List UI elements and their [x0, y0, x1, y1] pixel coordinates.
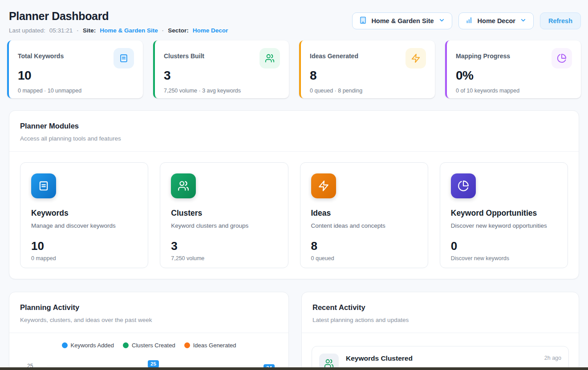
module-card-clusters[interactable]: Clusters Keyword clusters and groups 3 7… — [160, 162, 288, 268]
sector-label: Sector: — [168, 27, 189, 34]
stat-label: Mapping Progress — [456, 52, 510, 60]
refresh-button[interactable]: Refresh — [540, 12, 581, 29]
modules-subtitle: Access all planning tools and features — [20, 135, 568, 142]
module-title: Ideas — [311, 209, 417, 218]
chart-legend: Keywords Added Clusters Created Ideas Ge… — [20, 342, 278, 349]
stat-detail: 0 mapped · 10 unmapped — [18, 88, 134, 94]
module-value: 10 — [31, 239, 137, 253]
recent-activity-subtitle: Latest planning actions and updates — [312, 317, 568, 323]
legend-label: Clusters Created — [132, 342, 175, 349]
legend-label: Keywords Added — [71, 342, 114, 349]
taskbar-edge — [0, 367, 588, 370]
legend-label: Ideas Generated — [193, 342, 236, 349]
data-point-label: 25 — [148, 360, 159, 368]
stat-detail: 7,250 volume · 3 avg keywords — [164, 88, 280, 94]
legend-dot-blue — [62, 342, 68, 348]
module-detail: 0 queued — [311, 255, 417, 261]
meta-separator: · — [77, 27, 79, 34]
legend-dot-orange — [184, 342, 190, 348]
module-title: Keyword Opportunities — [451, 209, 557, 218]
zap-icon — [311, 173, 336, 198]
module-value: 3 — [171, 239, 277, 253]
building-icon — [359, 16, 367, 25]
legend-item-keywords-added[interactable]: Keywords Added — [62, 342, 114, 349]
module-card-keywords[interactable]: Keywords Manage and discover keywords 10… — [20, 162, 148, 268]
activity-timestamp: 2h ago — [544, 355, 561, 361]
document-icon — [114, 48, 134, 68]
stat-card-mapping-progress: Mapping Progress 0% 0 of 10 keywords map… — [445, 40, 581, 98]
header-actions: Home & Garden Site Home Decor Refresh — [352, 12, 581, 29]
module-description: Discover new keyword opportunities — [451, 222, 557, 229]
legend-item-clusters-created[interactable]: Clusters Created — [123, 342, 175, 349]
planner-modules-panel: Planner Modules Access all planning tool… — [9, 110, 579, 279]
stat-card-clusters-built: Clusters Built 3 7,250 volume · 3 avg ke… — [153, 40, 289, 98]
stats-row: Total Keywords 10 0 mapped · 10 unmapped… — [0, 34, 588, 98]
planning-activity-chart: Keywords Added Clusters Created Ideas Ge… — [9, 333, 288, 370]
meta-separator: · — [162, 27, 164, 34]
chevron-down-icon — [520, 17, 527, 25]
last-updated-value: 05:31:21 — [49, 27, 73, 34]
stat-value: 10 — [18, 68, 134, 83]
module-detail: 0 mapped — [31, 255, 137, 261]
module-description: Keyword clusters and groups — [171, 222, 277, 229]
chevron-down-icon — [438, 17, 445, 25]
recent-activity-title: Recent Activity — [312, 303, 568, 312]
module-card-ideas[interactable]: Ideas Content ideas and concepts 8 0 que… — [300, 162, 428, 268]
planning-activity-header: Planning Activity Keywords, clusters, an… — [9, 292, 288, 333]
recent-activity-list: Keywords Clustered 3 new clusters create… — [302, 333, 579, 370]
legend-dot-green — [123, 342, 129, 348]
planning-activity-panel: Planning Activity Keywords, clusters, an… — [9, 292, 289, 370]
users-icon — [171, 173, 196, 198]
module-title: Clusters — [171, 209, 277, 218]
sector-selector-button[interactable]: Home Decor — [458, 12, 534, 29]
sector-link[interactable]: Home Decor — [193, 27, 228, 34]
site-link[interactable]: Home & Garden Site — [100, 27, 158, 34]
planning-activity-title: Planning Activity — [20, 303, 278, 312]
module-detail: Discover new keywords — [451, 255, 557, 261]
pie-chart-icon — [451, 173, 476, 198]
activity-title: Keywords Clustered — [346, 354, 537, 362]
site-selector-label: Home & Garden Site — [371, 17, 434, 24]
activity-item-keywords-clustered[interactable]: Keywords Clustered 3 new clusters create… — [312, 346, 569, 370]
stat-value: 0% — [456, 68, 572, 83]
page-header: Planner Dashboard Last updated: 05:31:21… — [0, 0, 588, 34]
stat-detail: 0 of 10 keywords mapped — [456, 88, 572, 94]
pie-chart-icon — [552, 48, 572, 68]
module-description: Content ideas and concepts — [311, 222, 417, 229]
modules-panel-header: Planner Modules Access all planning tool… — [9, 111, 579, 152]
module-title: Keywords — [31, 209, 137, 218]
stat-card-ideas-generated: Ideas Generated 8 0 queued · 8 pending — [299, 40, 435, 98]
recent-activity-header: Recent Activity Latest planning actions … — [302, 292, 579, 333]
meta-line: Last updated: 05:31:21 · Site: Home & Ga… — [9, 27, 228, 34]
last-updated-label: Last updated: — [9, 27, 45, 34]
bar-chart-icon — [466, 16, 473, 25]
zap-icon — [406, 48, 426, 68]
page-title: Planner Dashboard — [9, 10, 228, 23]
stat-label: Clusters Built — [164, 52, 204, 60]
module-value: 0 — [451, 239, 557, 253]
modules-grid: Keywords Manage and discover keywords 10… — [9, 152, 579, 279]
module-detail: 7,250 volume — [171, 255, 277, 261]
header-left: Planner Dashboard Last updated: 05:31:21… — [9, 10, 228, 34]
modules-title: Planner Modules — [20, 122, 568, 130]
stat-detail: 0 queued · 8 pending — [310, 88, 426, 94]
stat-card-total-keywords: Total Keywords 10 0 mapped · 10 unmapped — [7, 40, 143, 98]
main-column: Planner Modules Access all planning tool… — [0, 110, 588, 370]
stat-label: Ideas Generated — [310, 52, 358, 60]
legend-item-ideas-generated[interactable]: Ideas Generated — [184, 342, 236, 349]
stat-label: Total Keywords — [18, 52, 64, 60]
sector-selector-label: Home Decor — [478, 17, 515, 24]
bottom-row: Planning Activity Keywords, clusters, an… — [9, 292, 579, 370]
stat-value: 3 — [164, 68, 280, 83]
module-card-keyword-opportunities[interactable]: Keyword Opportunities Discover new keywo… — [440, 162, 568, 268]
site-label: Site: — [83, 27, 96, 34]
stat-value: 8 — [310, 68, 426, 83]
planning-activity-subtitle: Keywords, clusters, and ideas over the p… — [20, 317, 278, 323]
module-value: 8 — [311, 239, 417, 253]
site-selector-button[interactable]: Home & Garden Site — [352, 12, 452, 29]
document-icon — [31, 173, 56, 198]
recent-activity-panel: Recent Activity Latest planning actions … — [301, 292, 579, 370]
module-description: Manage and discover keywords — [31, 222, 137, 229]
users-icon — [260, 48, 280, 68]
